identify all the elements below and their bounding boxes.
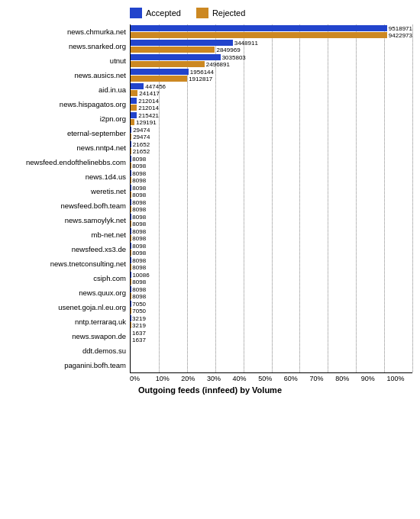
y-label: aid.in.ua <box>8 82 130 97</box>
y-label: news.1d4.us <box>8 169 130 184</box>
accepted-bar-wrap: 21652 <box>131 141 412 148</box>
rejected-value-label: 1912817 <box>189 76 212 82</box>
bar-row: 16371637 <box>131 329 412 343</box>
y-label: newsfeed.endofthelinebbs.com <box>8 155 130 169</box>
accepted-bar-wrap: 29474 <box>131 127 412 134</box>
x-tick-label: 80% <box>335 375 361 382</box>
x-tick-label: 60% <box>284 375 310 382</box>
x-tick-label: 50% <box>258 375 284 382</box>
bar-row: 100868098 <box>131 271 412 285</box>
accepted-value-label: 8098 <box>132 257 146 264</box>
bar-row: 95189719422973 <box>131 24 412 39</box>
rejected-label: Rejected <box>212 8 245 18</box>
rejected-value-label: 2496891 <box>206 61 230 68</box>
x-axis-title: Outgoing feeds (innfeed) by Volume <box>8 385 412 395</box>
rejected-bar <box>131 148 131 154</box>
accepted-value-label: 3448911 <box>234 40 258 47</box>
bar-row: 80988098 <box>131 169 412 184</box>
bar-row: 80988098 <box>131 242 412 256</box>
accepted-bar-wrap <box>131 344 412 351</box>
rejected-bar-wrap: 129191 <box>131 119 412 126</box>
rejected-value-label: 8098 <box>132 221 146 227</box>
bar-row: 30358032496891 <box>131 53 412 68</box>
rejected-value-label: 212014 <box>138 105 159 111</box>
rejected-value-label: 7050 <box>132 308 146 314</box>
accepted-value-label: 10086 <box>132 272 149 279</box>
bar-row: 80988098 <box>131 155 412 169</box>
rejected-bar-wrap: 2849969 <box>131 47 412 53</box>
bar-row: 19561441912817 <box>131 68 412 82</box>
rejected-bar-wrap: 212014 <box>131 105 412 111</box>
accepted-bar-wrap: 8098 <box>131 199 412 206</box>
accepted-bar-wrap: 3035803 <box>131 54 412 61</box>
rejected-value-label: 1637 <box>132 337 146 343</box>
rejected-bar <box>131 134 131 140</box>
y-label: newsfeed.xs3.de <box>8 242 130 256</box>
accepted-bar-wrap: 1637 <box>131 330 412 337</box>
accepted-value-label: 1956144 <box>190 69 214 76</box>
accepted-bar-wrap: 1956144 <box>131 69 412 76</box>
rejected-bar <box>131 32 387 38</box>
accepted-bar <box>131 25 387 31</box>
bar-row: 212014212014 <box>131 97 412 111</box>
accepted-value-label: 9518971 <box>389 25 412 32</box>
legend: Accepted Rejected <box>130 8 412 18</box>
accepted-value-label: 21652 <box>133 141 150 148</box>
accepted-bar <box>131 112 137 118</box>
bar-row: 80988098 <box>131 285 412 300</box>
accepted-bar <box>131 54 221 60</box>
accepted-bar-wrap: 447456 <box>131 83 412 90</box>
rejected-value-label: 21652 <box>133 148 150 155</box>
rejected-value-label: 129191 <box>136 119 157 126</box>
rejected-value-label: 8098 <box>132 235 146 242</box>
rejected-bar-wrap: 29474 <box>131 134 412 140</box>
accepted-value-label: 212014 <box>138 98 159 105</box>
y-label: news.samoylyk.net <box>8 213 130 227</box>
bar-row: 215421129191 <box>131 111 412 126</box>
rejected-bar-wrap: 9422973 <box>131 32 412 39</box>
accepted-bar-wrap: 10086 <box>131 272 412 279</box>
x-tick-label: 10% <box>156 375 182 382</box>
y-label: mb-net.net <box>8 227 130 242</box>
rejected-bar-wrap: 8098 <box>131 279 412 285</box>
accepted-color-box <box>130 8 142 18</box>
bar-row <box>131 343 412 358</box>
rejected-bar <box>131 61 205 67</box>
rejected-bar <box>131 90 137 96</box>
rejected-bar <box>131 47 215 53</box>
accepted-bar-wrap: 7050 <box>131 301 412 308</box>
bar-row: 80988098 <box>131 227 412 242</box>
bar-row: 70507050 <box>131 300 412 314</box>
bars-area: 9518971942297334489112849969303580324968… <box>130 24 412 373</box>
accepted-value-label: 7050 <box>132 301 146 308</box>
rejected-bar-wrap: 1637 <box>131 337 412 343</box>
rejected-bar-wrap: 8098 <box>131 235 412 242</box>
y-label: news.snarked.org <box>8 39 130 53</box>
accepted-bar-wrap: 8098 <box>131 286 412 293</box>
rejected-value-label: 8098 <box>132 293 146 300</box>
accepted-value-label: 8098 <box>132 286 146 293</box>
grid-line <box>412 24 413 372</box>
y-label: ddt.demos.su <box>8 343 130 358</box>
rejected-value-label: 2849969 <box>216 47 240 53</box>
accepted-bar <box>131 69 189 75</box>
bar-row: 80988098 <box>131 213 412 227</box>
legend-rejected: Rejected <box>196 8 245 18</box>
accepted-bar-wrap: 3219 <box>131 315 412 322</box>
rejected-bar-wrap: 8098 <box>131 163 412 169</box>
rejected-bar-wrap: 3219 <box>131 322 412 329</box>
y-label: newsfeed.bofh.team <box>8 198 130 213</box>
y-label: news.tnetconsulting.net <box>8 256 130 271</box>
rejected-value-label: 8098 <box>132 192 146 198</box>
accepted-bar <box>131 40 233 46</box>
rejected-bar-wrap: 8098 <box>131 206 412 213</box>
rejected-value-label: 9422973 <box>389 32 412 39</box>
rejected-bar-wrap: 7050 <box>131 308 412 314</box>
rejected-bar-wrap: 8098 <box>131 177 412 184</box>
x-tick-label: 20% <box>181 375 207 382</box>
accepted-bar-wrap: 8098 <box>131 156 412 163</box>
accepted-value-label: 8098 <box>132 228 146 235</box>
rejected-value-label: 8098 <box>132 264 146 271</box>
rejected-bar-wrap: 8098 <box>131 293 412 300</box>
rejected-bar-wrap <box>131 351 412 358</box>
